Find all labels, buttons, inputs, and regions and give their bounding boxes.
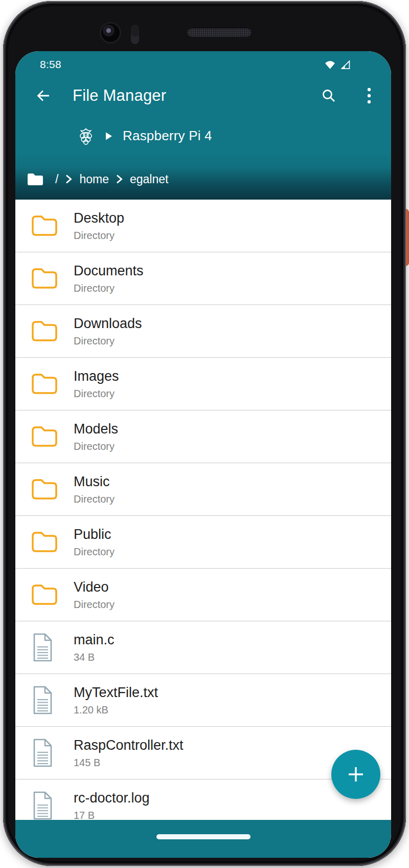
file-meta: Directory bbox=[74, 440, 118, 452]
phone-frame: 8:58 File Manager bbox=[3, 1, 406, 866]
file-name: MyTextFile.txt bbox=[74, 684, 158, 702]
status-bar: 8:58 bbox=[15, 51, 391, 76]
file-list: Desktop Directory Documents Directory Do… bbox=[15, 200, 391, 832]
folder-icon bbox=[31, 477, 58, 502]
screen: 8:58 File Manager bbox=[15, 51, 391, 858]
expand-arrow-icon bbox=[105, 132, 112, 141]
search-icon bbox=[321, 88, 337, 104]
file-name: Images bbox=[74, 368, 119, 385]
row-icon-wrap bbox=[31, 582, 74, 607]
file-icon bbox=[31, 685, 54, 715]
file-icon bbox=[31, 738, 54, 768]
breadcrumb-segment-user[interactable]: egalnet bbox=[130, 172, 168, 186]
chevron-right-icon bbox=[65, 173, 73, 185]
row-icon-wrap bbox=[31, 319, 74, 343]
file-name: Downloads bbox=[74, 315, 142, 333]
file-meta: 34 B bbox=[74, 651, 115, 663]
front-camera-icon bbox=[101, 24, 120, 42]
file-name: Video bbox=[74, 579, 115, 596]
row-icon-wrap bbox=[31, 633, 74, 662]
row-text: main.c 34 B bbox=[74, 632, 115, 663]
row-text: MyTextFile.txt 1.20 kB bbox=[74, 684, 158, 716]
clock: 8:58 bbox=[40, 58, 61, 71]
search-button[interactable] bbox=[316, 83, 341, 108]
row-text: rc-doctor.log 17 B bbox=[74, 790, 150, 821]
back-button[interactable] bbox=[31, 83, 55, 108]
row-text: Images Directory bbox=[74, 368, 119, 400]
status-icons bbox=[324, 59, 351, 71]
folder-icon bbox=[31, 424, 58, 449]
gesture-nav-bar bbox=[15, 820, 391, 858]
earpiece-speaker bbox=[187, 28, 252, 37]
file-name: Public bbox=[74, 526, 115, 544]
wifi-icon bbox=[324, 59, 336, 71]
file-name: main.c bbox=[74, 632, 115, 649]
chevron-right-icon bbox=[116, 173, 123, 185]
row-text: Public Directory bbox=[74, 526, 115, 558]
row-text: Models Directory bbox=[74, 421, 118, 452]
file-name: Documents bbox=[74, 263, 144, 280]
folder-icon bbox=[31, 213, 58, 238]
file-meta: Directory bbox=[74, 229, 124, 242]
file-row-main.c[interactable]: main.c 34 B bbox=[15, 621, 391, 674]
row-icon-wrap bbox=[31, 530, 74, 554]
directory-row-Images[interactable]: Images Directory bbox=[15, 358, 391, 410]
folder-icon bbox=[31, 582, 58, 607]
file-meta: Directory bbox=[74, 387, 119, 400]
file-name: Music bbox=[74, 473, 115, 491]
directory-row-Video[interactable]: Video Directory bbox=[15, 569, 391, 621]
row-icon-wrap bbox=[31, 213, 74, 238]
row-icon-wrap bbox=[31, 738, 74, 768]
row-icon-wrap bbox=[31, 372, 74, 396]
file-meta: Directory bbox=[74, 598, 115, 611]
breadcrumb-bar: / home egalnet bbox=[15, 154, 391, 200]
file-meta: Directory bbox=[74, 335, 142, 347]
folder-icon bbox=[27, 172, 44, 187]
row-icon-wrap bbox=[31, 266, 74, 291]
row-icon-wrap bbox=[31, 791, 74, 820]
directory-row-Public[interactable]: Public Directory bbox=[15, 516, 391, 569]
back-arrow-icon bbox=[35, 88, 51, 104]
directory-row-Desktop[interactable]: Desktop Directory bbox=[15, 200, 391, 252]
row-text: RaspController.txt 145 B bbox=[74, 737, 184, 769]
row-icon-wrap bbox=[31, 477, 74, 502]
row-text: Documents Directory bbox=[74, 263, 144, 294]
file-icon bbox=[31, 633, 54, 662]
cell-signal-icon bbox=[339, 59, 351, 71]
home-indicator[interactable] bbox=[156, 834, 251, 839]
file-meta: Directory bbox=[74, 546, 115, 558]
plus-icon bbox=[345, 763, 367, 786]
directory-row-Downloads[interactable]: Downloads Directory bbox=[15, 305, 391, 358]
directory-row-Music[interactable]: Music Directory bbox=[15, 463, 391, 516]
file-name: Models bbox=[74, 421, 118, 438]
device-selector[interactable]: Raspberry Pi 4 bbox=[15, 115, 391, 154]
file-name: RaspController.txt bbox=[74, 737, 184, 754]
device-name: Raspberry Pi 4 bbox=[123, 128, 212, 144]
file-icon bbox=[31, 791, 54, 820]
page-title: File Manager bbox=[73, 86, 316, 105]
proximity-sensor bbox=[131, 25, 139, 44]
breadcrumb-segment-home[interactable]: home bbox=[79, 172, 109, 186]
folder-icon bbox=[31, 319, 58, 343]
overflow-menu-button[interactable] bbox=[357, 83, 381, 108]
add-fab[interactable] bbox=[331, 750, 380, 799]
row-text: Video Directory bbox=[74, 579, 115, 611]
directory-row-Documents[interactable]: Documents Directory bbox=[15, 252, 391, 305]
file-name: rc-doctor.log bbox=[74, 790, 150, 807]
row-text: Downloads Directory bbox=[74, 315, 142, 347]
file-row-MyTextFile.txt[interactable]: MyTextFile.txt 1.20 kB bbox=[15, 674, 391, 727]
row-icon-wrap bbox=[31, 424, 74, 449]
file-meta: 145 B bbox=[74, 756, 184, 769]
row-icon-wrap bbox=[31, 685, 74, 715]
raspberry-pi-logo-icon bbox=[78, 127, 94, 145]
app-bar: File Manager bbox=[15, 76, 391, 115]
folder-icon bbox=[31, 372, 58, 396]
folder-icon bbox=[31, 266, 58, 291]
row-text: Desktop Directory bbox=[74, 210, 124, 242]
file-name: Desktop bbox=[74, 210, 124, 227]
file-meta: Directory bbox=[74, 282, 144, 294]
breadcrumb-root[interactable]: / bbox=[55, 172, 58, 186]
folder-icon bbox=[31, 530, 58, 554]
row-text: Music Directory bbox=[74, 473, 115, 505]
directory-row-Models[interactable]: Models Directory bbox=[15, 410, 391, 463]
